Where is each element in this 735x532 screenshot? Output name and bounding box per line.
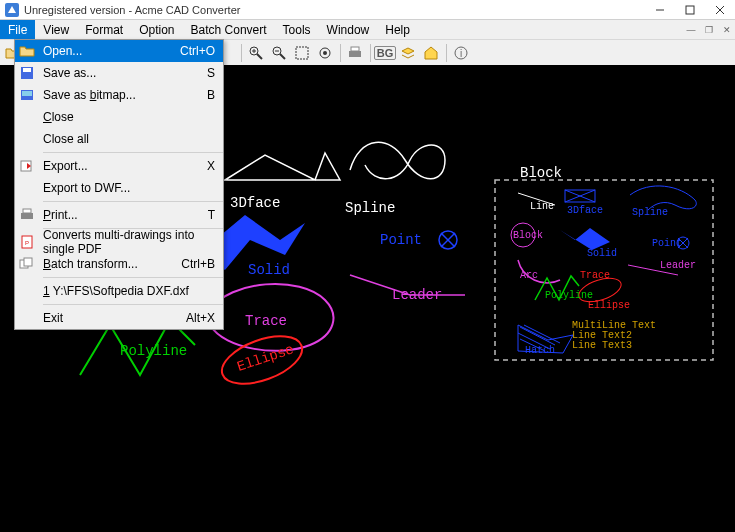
svg-rect-31 bbox=[24, 258, 32, 266]
pdf-icon: P bbox=[15, 231, 39, 253]
svg-rect-14 bbox=[296, 47, 308, 59]
print-icon[interactable] bbox=[344, 42, 366, 64]
label-point: Point bbox=[380, 232, 422, 248]
menu-batch-transform[interactable]: Batch transform... Ctrl+B bbox=[15, 253, 223, 275]
label-mini-polyline: Polyline bbox=[545, 290, 593, 301]
svg-rect-2 bbox=[686, 6, 694, 14]
close-button[interactable] bbox=[705, 0, 735, 20]
label-mini-block: Block bbox=[513, 230, 543, 241]
menu-recent-1[interactable]: 1 Y:\FFS\Softpedia DXF.dxf bbox=[15, 280, 223, 302]
zoom-fit-icon[interactable] bbox=[314, 42, 336, 64]
menu-help[interactable]: Help bbox=[377, 20, 418, 39]
menu-save-bitmap[interactable]: Save as bitmap... B bbox=[15, 84, 223, 106]
toolbar-separator bbox=[446, 44, 447, 62]
menu-separator bbox=[43, 304, 223, 305]
zoom-in-icon[interactable] bbox=[245, 42, 267, 64]
label-leader: Leader bbox=[392, 287, 442, 303]
svg-text:i: i bbox=[460, 48, 462, 59]
menu-close-all[interactable]: Close all bbox=[15, 128, 223, 150]
menu-option[interactable]: Option bbox=[131, 20, 182, 39]
open-icon bbox=[15, 40, 39, 62]
save-icon bbox=[15, 62, 39, 84]
label-block: Block bbox=[520, 165, 562, 181]
svg-rect-26 bbox=[21, 213, 33, 219]
label-3dface: 3Dface bbox=[230, 195, 280, 211]
menu-export-dwf[interactable]: Export to DWF... bbox=[15, 177, 223, 199]
label-mini-line: Line bbox=[530, 201, 554, 212]
menu-file[interactable]: File bbox=[0, 20, 35, 39]
menu-separator bbox=[43, 152, 223, 153]
menu-view[interactable]: View bbox=[35, 20, 77, 39]
label-trace: Trace bbox=[245, 313, 287, 329]
maximize-button[interactable] bbox=[675, 0, 705, 20]
save-bitmap-label: Save as bitmap... bbox=[43, 88, 136, 102]
menu-open[interactable]: Open... Ctrl+O bbox=[15, 40, 223, 62]
menu-close[interactable]: Close bbox=[15, 106, 223, 128]
app-icon bbox=[4, 2, 20, 18]
menu-batch-convert[interactable]: Batch Convert bbox=[183, 20, 275, 39]
menu-format[interactable]: Format bbox=[77, 20, 131, 39]
menu-tools[interactable]: Tools bbox=[275, 20, 319, 39]
menubar: File View Format Option Batch Convert To… bbox=[0, 20, 735, 39]
batch-icon bbox=[15, 253, 39, 275]
file-dropdown: Open... Ctrl+O Save as... S Save as bitm… bbox=[14, 39, 224, 330]
label-mini-solid: Solid bbox=[587, 248, 617, 259]
label-mini-hatch: Hatch bbox=[525, 345, 555, 356]
mdi-close-button[interactable]: ✕ bbox=[719, 22, 735, 38]
bg-toggle-button[interactable]: BG bbox=[374, 42, 396, 64]
svg-line-12 bbox=[280, 54, 285, 59]
titlebar: Unregistered version - Acme CAD Converte… bbox=[0, 0, 735, 20]
toolbar-separator bbox=[370, 44, 371, 62]
label-mini-arc: Arc bbox=[520, 270, 538, 281]
menu-export[interactable]: Export... X bbox=[15, 155, 223, 177]
menu-convert-pdf[interactable]: P Converts multi-drawings into single PD… bbox=[15, 231, 223, 253]
menu-save-as[interactable]: Save as... S bbox=[15, 62, 223, 84]
label-polyline: Polyline bbox=[120, 343, 187, 359]
zoom-out-icon[interactable] bbox=[268, 42, 290, 64]
svg-rect-24 bbox=[22, 91, 32, 96]
menu-separator bbox=[43, 201, 223, 202]
label-mini-ellipse: Ellipse bbox=[588, 300, 630, 311]
svg-line-45 bbox=[524, 325, 560, 343]
window-title: Unregistered version - Acme CAD Converte… bbox=[24, 4, 645, 16]
label-mini-trace: Trace bbox=[580, 270, 610, 281]
minimize-button[interactable] bbox=[645, 0, 675, 20]
label-mini-leader: Leader bbox=[660, 260, 696, 271]
toolbar-separator bbox=[241, 44, 242, 62]
svg-rect-27 bbox=[23, 209, 31, 213]
label-mini-point: Point bbox=[652, 238, 682, 249]
svg-rect-22 bbox=[23, 68, 31, 72]
layer-icon[interactable] bbox=[397, 42, 419, 64]
svg-rect-17 bbox=[349, 51, 361, 57]
mdi-restore-button[interactable]: ❐ bbox=[701, 22, 717, 38]
svg-point-16 bbox=[323, 51, 327, 55]
home-icon[interactable] bbox=[420, 42, 442, 64]
menu-exit[interactable]: Exit Alt+X bbox=[15, 307, 223, 329]
label-spline: Spline bbox=[345, 200, 395, 216]
export-icon bbox=[15, 155, 39, 177]
label-solid: Solid bbox=[248, 262, 290, 278]
print-icon bbox=[15, 204, 39, 226]
info-icon[interactable]: i bbox=[450, 42, 472, 64]
label-mini-linetext3: Line Text3 bbox=[572, 340, 632, 351]
menu-window[interactable]: Window bbox=[319, 20, 378, 39]
svg-text:P: P bbox=[25, 240, 29, 246]
toolbar-separator bbox=[340, 44, 341, 62]
label-mini-3dface: 3Dface bbox=[567, 205, 603, 216]
svg-rect-18 bbox=[351, 47, 359, 51]
label-mini-spline: Spline bbox=[632, 207, 668, 218]
mdi-controls: — ❐ ✕ bbox=[681, 20, 735, 39]
bitmap-icon bbox=[15, 84, 39, 106]
menu-separator bbox=[43, 277, 223, 278]
svg-line-8 bbox=[257, 54, 262, 59]
zoom-region-icon[interactable] bbox=[291, 42, 313, 64]
menu-print[interactable]: Print... T bbox=[15, 204, 223, 226]
mdi-minimize-button[interactable]: — bbox=[683, 22, 699, 38]
